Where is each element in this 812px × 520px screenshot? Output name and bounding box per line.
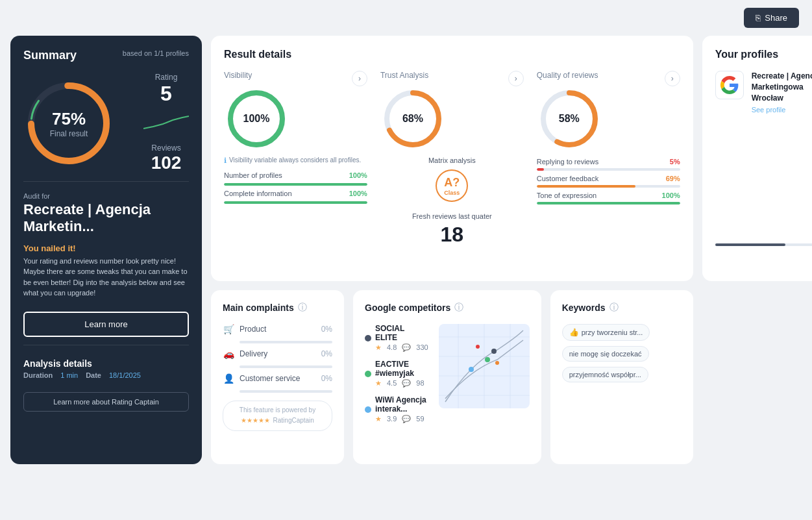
metrics-row: Visibility › 100% ℹ Visibility variable … [224,71,680,247]
reviews-info: Reviews 102 [151,138,182,173]
trust-nav[interactable]: › [508,71,524,86]
competitor-1: SOCIAL ELITE ★4.8 💬330 [365,324,428,352]
svg-point-18 [469,367,474,372]
see-profile-link[interactable]: See profile [752,106,812,114]
svg-point-16 [491,349,497,354]
complaints-card: Main complaints ⓘ 🛒 Product 0% 🚗 Deliver… [211,290,344,464]
summary-title: Summary [23,49,77,62]
keywords-header: Keywords ⓘ [562,302,682,314]
share-button[interactable]: ⎘ Share [744,8,799,28]
competitors-header: Google competitors ⓘ [365,302,530,314]
delivery-label: Delivery [240,349,316,358]
learn-more-button[interactable]: Learn more [23,312,189,337]
delivery-icon: 🚗 [223,349,234,359]
final-result-text: 75% Final result [50,108,88,138]
final-result-circle: 75% Final result [23,78,114,169]
audit-for-label: Audit for Recreate | Agencja Marketin... [23,190,189,236]
visibility-col: Visibility › 100% ℹ Visibility variable … [224,71,367,247]
visibility-nav[interactable]: › [352,71,367,86]
profile-item: Recreate | Agencja Marketingowa Wrocław … [715,71,812,114]
svg-point-20 [495,361,499,365]
competitors-inner: SOCIAL ELITE ★4.8 💬330 EACTIVE #wiemyjak [365,324,530,431]
share-icon: ⎘ [756,13,761,23]
nailed-section: You nailed it! Your rating and reviews n… [23,243,189,299]
sparkline [143,112,189,132]
keywords-card: Keywords ⓘ 👍 przy tworzeniu str... nie m… [550,290,693,464]
profile-info: Recreate | Agencja Marketingowa Wrocław … [752,71,812,114]
competitors-chart [439,324,530,408]
complaint-delivery: 🚗 Delivery 0% [223,349,332,368]
product-val: 0% [321,325,332,334]
customer-service-icon: 👤 [223,373,234,384]
competitors-info-icon[interactable]: ⓘ [454,302,463,314]
trust-mid: Matrix analysis A? Class Fresh reviews l… [380,151,524,247]
product-icon: 🛒 [223,324,234,334]
analysis-meta: Duration 1 min Date 18/1/2025 [23,371,189,379]
top-bar: ⎘ Share [0,0,812,36]
quality-nav[interactable]: › [665,71,680,86]
keyword-2[interactable]: nie mogę się doczekać [562,346,649,362]
keywords-list: 👍 przy tworzeniu str... nie mogę się doc… [562,324,682,388]
based-on: based on 1/1 profiles [123,49,189,57]
svg-point-17 [485,357,490,362]
trust-col: Trust Analysis › 68% Matrix analysis [380,71,524,247]
quality-donut: 58% [537,86,680,151]
visibility-sub: Number of profiles 100% Complete informa… [224,171,367,204]
main-grid: Summary based on 1/1 profiles 75% Final … [0,36,812,475]
svg-point-19 [476,345,480,349]
customer-service-label: Customer service [240,374,316,383]
complaints-info-icon[interactable]: ⓘ [298,302,307,314]
google-icon [715,71,744,99]
quality-col: Quality of reviews › 58% Replying to rev… [537,71,680,247]
delivery-val: 0% [321,349,332,358]
profiles-card: Your profiles Recreate | Agencja Marketi… [702,36,812,281]
powered-by: This feature is powered by ★★★★★ RatingC… [223,401,332,431]
result-details-card: Result details Visibility › 100% [211,36,693,281]
thumb-icon-1: 👍 [569,328,579,337]
quality-sub: Replying to reviews 5% Customer feedback… [537,158,680,204]
keyword-1[interactable]: 👍 przy tworzeniu str... [562,324,650,341]
keywords-info-icon[interactable]: ⓘ [609,302,619,314]
summary-card: Summary based on 1/1 profiles 75% Final … [10,36,202,464]
complaint-product: 🛒 Product 0% [223,324,332,343]
profiles-scrollbar[interactable] [715,243,812,246]
product-label: Product [240,325,316,334]
visibility-note: ℹ Visibility variable always considers a… [224,156,367,165]
competitor-2: EACTIVE #wiemyjak ★4.5 💬98 [365,360,428,388]
trust-donut: 68% [380,86,524,151]
rating-row: 75% Final result Rating 5 Reviews 102 [23,73,189,173]
visibility-donut: 100% [224,86,367,151]
matrix-badge: A? Class [436,169,468,202]
analysis-section: Analysis details Duration 1 min Date 18/… [23,358,189,379]
rating-captain-button[interactable]: Learn more about Rating Captain [23,392,189,412]
bottom-row: Main complaints ⓘ 🛒 Product 0% 🚗 Deliver… [211,290,693,464]
competitors-list: SOCIAL ELITE ★4.8 💬330 EACTIVE #wiemyjak [365,324,428,431]
complaint-customer-service: 👤 Customer service 0% [223,373,332,393]
competitors-card: Google competitors ⓘ SOCIAL ELITE ★4.8 💬… [353,290,541,464]
customer-service-val: 0% [321,374,332,383]
rating-info: Rating 5 [155,73,178,106]
keyword-3[interactable]: przyjemność współpr... [562,367,648,382]
complaints-header: Main complaints ⓘ [223,302,332,314]
competitor-3: WiWi Agencja interak... ★3.9 💬59 [365,395,428,423]
